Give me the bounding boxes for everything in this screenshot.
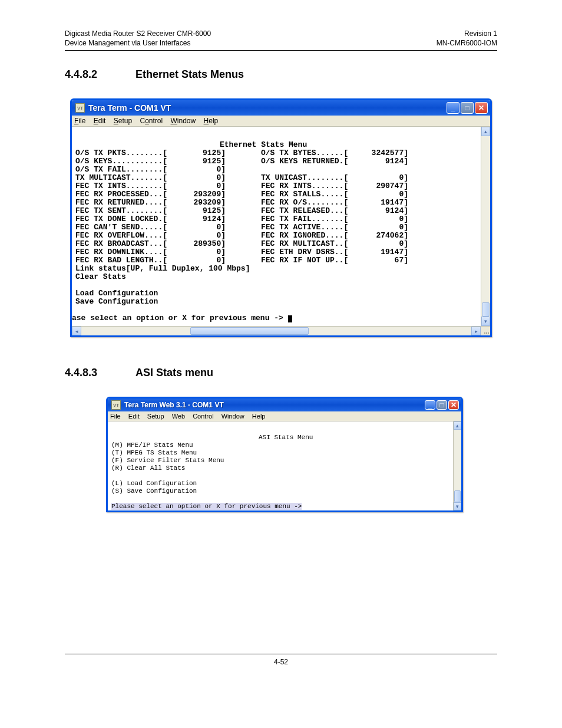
scroll-left-button[interactable]: ◂ (72, 327, 81, 335)
maximize-button[interactable]: □ (437, 400, 447, 410)
horizontal-scrollbar[interactable]: ◂ ▸ (72, 326, 490, 335)
menu-setup[interactable]: Setup (147, 413, 164, 420)
scroll-thumb[interactable] (190, 327, 309, 335)
terminal-output: Ethernet Stats MenuO/S TX PKTS........[9… (72, 127, 490, 326)
page-number: 4-52 (65, 658, 497, 666)
titlebar[interactable]: Tera Term Web 3.1 - COM1 VT _ □ ✕ (108, 398, 461, 411)
titlebar[interactable]: Tera Term - COM1 VT _ □ ✕ (72, 100, 490, 116)
close-button[interactable]: ✕ (448, 400, 459, 410)
window-title: Tera Term Web 3.1 - COM1 VT (124, 401, 421, 409)
window-title: Tera Term - COM1 VT (88, 103, 443, 113)
divider (65, 50, 497, 51)
doc-title-left1: Digicast Media Router S2 Receiver CMR-60… (65, 29, 211, 39)
menu-web[interactable]: Web (172, 413, 185, 420)
app-icon (111, 400, 121, 410)
menubar: File Edit Setup Control Window Help (72, 116, 490, 127)
vertical-scrollbar[interactable]: ▴ ▾ (453, 421, 461, 510)
close-button[interactable]: ✕ (475, 102, 488, 114)
terminal-output: ASI Stats Menu(M) MPE/IP Stats Menu(T) M… (108, 421, 461, 510)
minimize-button[interactable]: _ (447, 102, 459, 114)
scroll-thumb[interactable] (482, 302, 490, 317)
terminal-window-ethernet: Tera Term - COM1 VT _ □ ✕ File Edit Setu… (70, 98, 492, 337)
divider (65, 654, 497, 654)
resize-grip[interactable] (481, 327, 490, 335)
menubar: File Edit Setup Web Control Window Help (108, 411, 461, 421)
app-icon (75, 103, 85, 113)
menu-help[interactable]: Help (252, 413, 266, 420)
menu-edit[interactable]: Edit (128, 413, 140, 420)
menu-file[interactable]: File (74, 117, 85, 125)
doc-title-left2: Device Management via User Interfaces (65, 39, 190, 48)
menu-control[interactable]: Control (193, 413, 213, 420)
scroll-down-button[interactable]: ▾ (481, 317, 490, 326)
section-heading-1: 4.4.8.2Ethernet Stats Menus (65, 68, 497, 81)
scroll-up-button[interactable]: ▴ (481, 127, 490, 136)
maximize-button[interactable]: □ (461, 102, 474, 114)
terminal-window-asi: Tera Term Web 3.1 - COM1 VT _ □ ✕ File E… (106, 397, 463, 512)
scroll-down-button[interactable]: ▾ (454, 502, 461, 510)
scroll-thumb[interactable] (454, 490, 461, 502)
doc-rev: Revision 1 (464, 29, 497, 39)
doc-id: MN-CMR6000-IOM (437, 39, 497, 48)
menu-help[interactable]: Help (204, 117, 219, 125)
menu-control[interactable]: Control (140, 117, 163, 125)
menu-edit[interactable]: Edit (94, 117, 106, 125)
minimize-button[interactable]: _ (425, 400, 435, 410)
menu-window[interactable]: Window (222, 413, 244, 420)
menu-file[interactable]: File (110, 413, 121, 420)
vertical-scrollbar[interactable]: ▴ ▾ (481, 127, 490, 326)
menu-setup[interactable]: Setup (114, 117, 132, 125)
scroll-right-button[interactable]: ▸ (471, 327, 481, 335)
menu-window[interactable]: Window (171, 117, 196, 125)
section-heading-2: 4.4.8.3ASI Stats menu (65, 367, 497, 379)
scroll-up-button[interactable]: ▴ (454, 421, 461, 430)
